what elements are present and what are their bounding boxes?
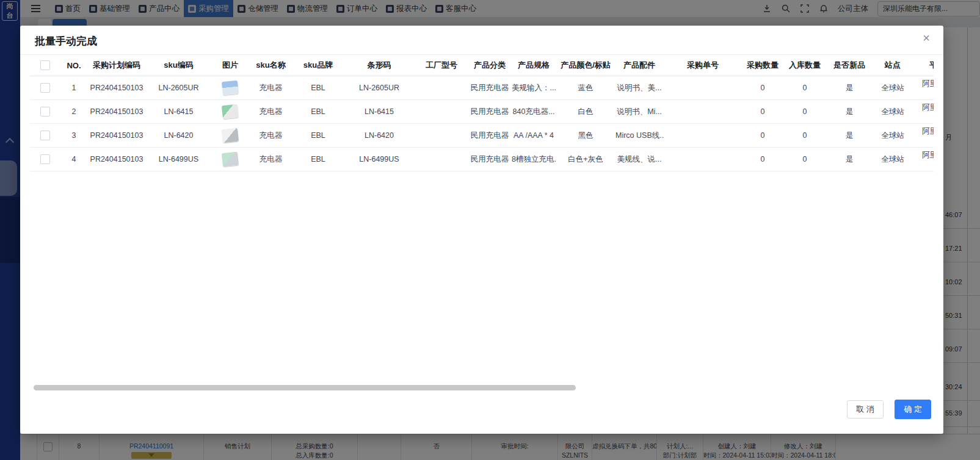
cell-sku-brand: EBL — [292, 100, 344, 124]
cell-barcode: LN-6415 — [344, 100, 415, 124]
cell-spec: 840充电器... — [511, 100, 556, 124]
cell-no: 3 — [60, 124, 87, 148]
cell-sku-name: 充电器 — [249, 100, 292, 124]
cancel-button[interactable]: 取 消 — [847, 400, 884, 419]
product-image[interactable] — [222, 152, 239, 167]
cell-is-new: 是 — [826, 100, 873, 124]
scrollbar-thumb[interactable] — [34, 385, 576, 390]
horizontal-scrollbar — [30, 385, 934, 391]
table-row: 2 PR2404150103 LN-6415 充电器 EBL LN-6415 民… — [30, 100, 934, 124]
product-image[interactable] — [222, 104, 239, 120]
cell-platform: 阿里巴巴： — [913, 124, 934, 148]
column-header: 采购单号 — [664, 55, 742, 76]
plans-table: NO. 采购计划编码 sku编码 图片 sku名称 sku品牌 条形码 工厂型号… — [30, 55, 934, 171]
cell-po-number — [664, 100, 742, 124]
column-header: 条形码 — [344, 55, 415, 76]
row-checkbox[interactable] — [40, 131, 50, 140]
column-header: 产品配件 — [615, 55, 664, 76]
cell-factory-model — [415, 124, 468, 148]
cell-color: 白色 — [556, 100, 615, 124]
cell-category: 民用充电器 — [468, 100, 511, 124]
cell-plan-code: PR2404150103 — [87, 76, 146, 100]
cell-image — [211, 124, 249, 148]
column-header: 图片 — [211, 55, 249, 76]
cell-sku-brand: EBL — [292, 124, 344, 148]
cell-category: 民用充电器 — [468, 124, 511, 148]
cell-sku-brand: EBL — [292, 76, 344, 100]
cell-po-number — [664, 76, 742, 100]
cell-accessories: Mirco USB线... — [615, 124, 664, 148]
cell-purchase-qty: 0 — [742, 76, 783, 100]
cell-site: 全球站 — [873, 76, 913, 100]
row-checkbox[interactable] — [40, 83, 50, 93]
cell-sku-name: 充电器 — [249, 76, 292, 100]
table-container: NO. 采购计划编码 sku编码 图片 sku名称 sku品牌 条形码 工厂型号… — [30, 55, 934, 171]
cell-spec: 8槽独立充电... — [511, 148, 556, 171]
cell-sku-code: LN-6420 — [146, 124, 211, 148]
cell-po-number — [664, 124, 742, 148]
cell-no: 1 — [60, 76, 87, 100]
cell-platform: 阿里巴巴： — [913, 76, 934, 100]
cell-sku-name: 充电器 — [249, 124, 292, 148]
cell-factory-model — [415, 148, 468, 171]
column-header: 是否新品 — [826, 55, 873, 76]
cell-inbound-qty: 0 — [783, 100, 826, 124]
modal-header: 批量手动完成 × — [20, 26, 943, 55]
table-row: 4 PR2404150103 LN-6499US 充电器 EBL LN-6499… — [30, 148, 934, 171]
cell-inbound-qty: 0 — [783, 124, 826, 148]
cell-accessories: 说明书、美... — [615, 76, 664, 100]
cell-inbound-qty: 0 — [783, 148, 826, 171]
cell-color: 蓝色 — [556, 76, 615, 100]
confirm-button[interactable]: 确 定 — [895, 400, 931, 419]
cell-no: 4 — [60, 148, 87, 171]
cell-inbound-qty: 0 — [783, 76, 826, 100]
batch-complete-modal: 批量手动完成 × NO. 采购计划编码 sku编码 图片 sku名称 sku — [20, 26, 943, 434]
cell-category: 民用充电器 — [468, 148, 511, 171]
cell-sku-code: LN-2605UR — [146, 76, 211, 100]
column-header: 产品规格 — [511, 55, 556, 76]
column-header: 平台 — [913, 55, 934, 76]
column-header: 站点 — [873, 55, 913, 76]
cell-category: 民用充电器 — [468, 76, 511, 100]
row-checkbox[interactable] — [40, 154, 50, 164]
close-icon[interactable]: × — [923, 32, 930, 44]
column-header: sku编码 — [146, 55, 211, 76]
column-header: 产品分类 — [468, 55, 511, 76]
product-image[interactable] — [222, 128, 239, 143]
column-header: 采购数量 — [742, 55, 783, 76]
cell-is-new: 是 — [826, 148, 873, 171]
cell-image — [211, 100, 249, 124]
column-header: sku名称 — [249, 55, 292, 76]
cell-site: 全球站 — [873, 148, 913, 171]
cell-factory-model — [415, 76, 468, 100]
cell-po-number — [664, 148, 742, 171]
cell-accessories: 说明书、Mi... — [615, 100, 664, 124]
row-checkbox[interactable] — [40, 107, 50, 117]
cell-select — [30, 76, 60, 100]
column-header: NO. — [60, 55, 87, 76]
product-image[interactable] — [222, 81, 239, 96]
table-row: 1 PR2404150103 LN-2605UR 充电器 EBL LN-2605… — [30, 76, 934, 100]
select-all-checkbox[interactable] — [40, 60, 50, 70]
cell-no: 2 — [60, 100, 87, 124]
column-header: sku品牌 — [292, 55, 344, 76]
cell-barcode: LN-2605UR — [344, 76, 415, 100]
cell-plan-code: PR2404150103 — [87, 148, 146, 171]
cell-sku-code: LN-6415 — [146, 100, 211, 124]
column-header: 工厂型号 — [415, 55, 468, 76]
cell-site: 全球站 — [873, 100, 913, 124]
cell-barcode: LN-6420 — [344, 124, 415, 148]
cell-select — [30, 148, 60, 171]
cell-platform: 阿里巴巴： — [913, 100, 934, 124]
column-header: 采购计划编码 — [87, 55, 146, 76]
cell-sku-code: LN-6499US — [146, 148, 211, 171]
cell-spec: AA /AAA * 4 — [511, 124, 556, 148]
cell-spec: 美规输入：... — [511, 76, 556, 100]
cell-image — [211, 148, 249, 171]
cell-color: 黑色 — [556, 124, 615, 148]
cell-sku-name: 充电器 — [249, 148, 292, 171]
modal-footer: 取 消 确 定 — [20, 391, 943, 434]
column-header: 入库数量 — [783, 55, 826, 76]
cell-select — [30, 124, 60, 148]
table-row: 3 PR2404150103 LN-6420 充电器 EBL LN-6420 民… — [30, 124, 934, 148]
